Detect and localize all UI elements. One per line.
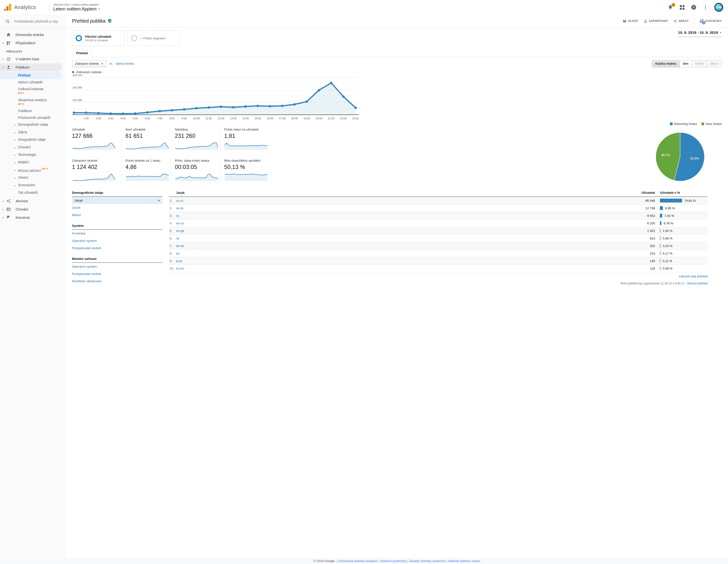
pageviews-line-chart[interactable]: 100 000200 000300 000…1:002:003:004:005:… (72, 74, 359, 121)
segment-all-users[interactable]: Všichni uživatelé 100,00 % Uživatelé (72, 30, 124, 46)
col-header-language[interactable]: Jazyk (169, 191, 364, 194)
sidebar-subitem[interactable]: ▸Srovnávání (0, 182, 66, 189)
sidebar-subitem[interactable]: ▸Demografické údaje (0, 121, 66, 129)
header-divider (49, 3, 49, 12)
breadcrumb[interactable]: Všechny účty > Letem světem Applem (53, 3, 100, 6)
svg-text:12:00: 12:00 (218, 117, 224, 120)
table-row: 10. hu-hu 118 0,09 % (169, 265, 364, 272)
language-link[interactable]: cs (176, 214, 179, 218)
dimension-item[interactable]: Poskytovatel služeb (72, 270, 162, 277)
language-link[interactable]: pl-pl (176, 259, 182, 263)
metric-label: Uživatelé (72, 128, 121, 131)
svg-text:17:00: 17:00 (279, 117, 286, 120)
main-content: Přehled publika ULOŽIT EXPORTOVAT (66, 15, 364, 282)
language-link[interactable]: cs-cz (176, 199, 183, 203)
language-link[interactable]: de-de (176, 244, 184, 248)
sidebar-nav: Domovská stránka ▸ PřizpůsobeníPŘEHLEDY … (0, 28, 66, 222)
dimension-section-heading: Demografické údaje (72, 191, 162, 197)
row-rank: 4. (169, 221, 176, 225)
metric-sparkline (72, 172, 116, 182)
dimension-item[interactable]: Operační systém (72, 263, 162, 270)
metric-value: 127 666 (72, 133, 121, 139)
table-row: 6. sk 613 0,48 % (169, 235, 364, 242)
sidebar-item-1[interactable]: ▸ Přizpůsobení (0, 39, 66, 47)
sidebar-subitem[interactable]: ▸Technologie (0, 151, 66, 159)
sidebar-item-3[interactable]: ▸ V reálném čase (0, 55, 66, 63)
row-rank: 6. (169, 237, 176, 240)
sidebar-item-6[interactable]: ▸ Chování (0, 205, 66, 213)
sidebar-subitem[interactable]: Průzkumník uživatelů (0, 114, 66, 121)
language-link[interactable]: en-gb (176, 229, 184, 233)
table-row: 3. cs 9 502 7,42 % (169, 212, 364, 220)
language-link[interactable]: hu-hu (176, 267, 184, 270)
sidebar-item-5[interactable]: ▸ Akvizice (0, 197, 66, 205)
sidebar-subitem[interactable]: Přehled (0, 72, 62, 79)
metric-card-6: Prům. doba trvání relace 00:03:05 (171, 159, 220, 184)
sidebar-subitem[interactable]: ▸Chování (0, 144, 66, 151)
segment-ring-icon (131, 35, 137, 41)
search-input[interactable] (14, 19, 60, 23)
sidebar-item-7[interactable]: ▸ Konverze (0, 213, 66, 222)
svg-text:18:00: 18:00 (291, 117, 298, 120)
sidebar-subitem[interactable]: ▸Geografické údaje (0, 136, 66, 144)
language-link[interactable]: en (176, 252, 179, 255)
row-rank: 3. (169, 214, 176, 218)
dimension-section-heading: Systém (72, 224, 162, 230)
sidebar-subitem[interactable]: ▸Různá zařízeníBETA (0, 166, 66, 174)
dimension-item[interactable]: Země (72, 204, 162, 211)
language-link[interactable]: sk (176, 237, 179, 240)
beta-badge: BETA (18, 91, 44, 95)
dimension-item[interactable]: Prohlížeč (72, 230, 162, 237)
pick-metric-link[interactable]: Vybrat metriku (115, 62, 134, 65)
svg-text:6:00: 6:00 (145, 117, 150, 120)
row-rank: 1. (169, 199, 176, 203)
language-link[interactable]: en-us (176, 221, 184, 225)
chevron-down-icon: ▼ (98, 8, 100, 10)
row-rank: 5. (169, 229, 176, 233)
chevron-right-icon: ▶ (158, 199, 160, 202)
sidebar-item-0[interactable]: Domovská stránka (0, 31, 66, 39)
metric-value: 50,13 % (224, 164, 269, 170)
sidebar-subitem[interactable]: ▸Vlastní (0, 174, 66, 182)
analytics-logo[interactable]: Analytics (0, 3, 48, 11)
svg-text:4:00: 4:00 (120, 117, 125, 120)
dimension-item[interactable]: Město (72, 211, 162, 219)
metric-card-5: Počet stránek na 1 relaci 4,86 (121, 159, 171, 184)
language-link[interactable]: sk-sk (176, 206, 183, 210)
sidebar-subitem[interactable]: Celková hodnotaBETA (0, 86, 66, 97)
sidebar-subitem[interactable]: Aktivní uživatelé (0, 79, 66, 86)
account-switcher[interactable]: Letem světem Applem ▼ (53, 7, 100, 12)
sidebar-search[interactable] (0, 15, 66, 28)
metrics-grid: Uživatelé 127 666 Noví uživatelé 61 651 … (72, 128, 269, 184)
sidebar-subitem[interactable]: Skupinová analýzaBETA (0, 97, 66, 107)
dimension-item[interactable]: Poskytovatel služeb (72, 244, 162, 252)
chevron-right-icon: ▸ (15, 138, 18, 142)
row-rank: 2. (169, 206, 176, 210)
sidebar-subitem[interactable]: Publikum (0, 107, 66, 114)
metric-select-dropdown[interactable]: Zobrazení stránek ▼ (72, 60, 107, 67)
svg-text:19:00: 19:00 (303, 117, 310, 120)
metric-card-7: Míra okamžitého opuštění 50,13 % (220, 159, 269, 184)
tab-bar: Přehled (72, 49, 364, 57)
app-header: Analytics Všechny účty > Letem světem Ap… (0, 0, 364, 15)
tab-overview[interactable]: Přehled (72, 49, 92, 57)
chevron-right-icon: ▸ (15, 146, 18, 150)
dimension-item[interactable]: Jazyk▶ (72, 197, 162, 204)
svg-text:9:00: 9:00 (182, 117, 187, 120)
metric-label: Počet relací na uživatele (224, 128, 269, 131)
chevron-right-icon: ▸ (0, 208, 6, 211)
dimension-item[interactable]: Operační systém (72, 237, 162, 244)
sidebar-subitem[interactable]: ▸Zájmy (0, 129, 66, 136)
sidebar-item-4[interactable]: ▾ Publikum (0, 63, 62, 71)
metric-sparkline (224, 172, 268, 182)
series-dot-icon (72, 71, 74, 73)
add-segment-button[interactable]: + Přidat segment (127, 30, 180, 46)
table-row: 1. cs-cz 95 546 74,63 % (169, 197, 364, 204)
sidebar-subitem[interactable]: Tok uživatelů (0, 189, 66, 196)
svg-text:2:00: 2:00 (96, 117, 101, 120)
search-icon (5, 19, 10, 24)
metric-card-1: Noví uživatelé 61 651 (121, 128, 171, 152)
dimension-item[interactable]: Rozlišení obrazovky (72, 277, 162, 282)
chevron-right-icon: ▸ (0, 200, 6, 202)
sidebar-subitem[interactable]: ▸Mobilní (0, 159, 66, 166)
